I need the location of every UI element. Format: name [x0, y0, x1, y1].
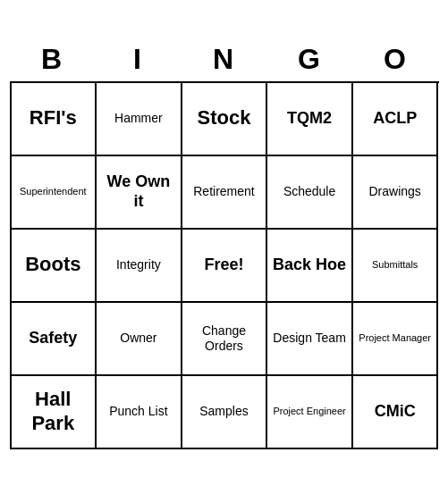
- cell-text-0-3: TQM2: [287, 109, 332, 129]
- cell-text-2-4: Submittals: [372, 259, 418, 271]
- cell-text-3-1: Owner: [120, 331, 156, 346]
- grid-cell-0-3: TQM2: [267, 83, 353, 156]
- cell-text-0-0: RFI's: [30, 106, 77, 130]
- cell-text-2-1: Integrity: [116, 257, 161, 272]
- bingo-grid: RFI'sHammerStockTQM2ACLPSuperintendentWe…: [10, 81, 439, 449]
- cell-text-2-0: Boots: [25, 253, 80, 276]
- grid-cell-2-4: Submittals: [353, 230, 439, 303]
- grid-cell-1-4: Drawings: [353, 156, 439, 230]
- header-letter-o: O: [353, 38, 439, 81]
- grid-cell-0-1: Hammer: [97, 83, 182, 156]
- cell-text-3-0: Safety: [29, 329, 77, 348]
- cell-text-2-3: Back Hoe: [273, 256, 346, 275]
- grid-cell-1-2: Retirement: [182, 156, 268, 230]
- grid-cell-4-0: Hall Park: [12, 376, 97, 449]
- grid-cell-0-0: RFI's: [12, 83, 97, 156]
- cell-text-4-1: Punch List: [109, 404, 167, 419]
- grid-cell-1-1: We Own it: [97, 156, 182, 230]
- cell-text-4-3: Project Engineer: [273, 406, 345, 417]
- grid-row-0: RFI'sHammerStockTQM2ACLP: [12, 83, 439, 156]
- grid-cell-3-0: Safety: [12, 303, 97, 376]
- cell-text-3-2: Change Orders: [186, 323, 263, 354]
- grid-row-3: SafetyOwnerChange OrdersDesign TeamProje…: [12, 303, 439, 376]
- cell-text-3-3: Design Team: [273, 331, 345, 346]
- cell-text-1-0: Superintendent: [20, 186, 87, 197]
- cell-text-1-4: Drawings: [368, 184, 420, 199]
- header-letter-b: B: [10, 38, 96, 81]
- header-letter-g: G: [267, 38, 353, 81]
- grid-cell-3-3: Design Team: [267, 303, 353, 376]
- cell-text-4-2: Samples: [199, 404, 248, 419]
- grid-cell-1-0: Superintendent: [12, 156, 97, 230]
- bingo-card: BINGO RFI'sHammerStockTQM2ACLPSuperinten…: [10, 38, 439, 449]
- grid-cell-2-3: Back Hoe: [267, 230, 353, 303]
- grid-row-1: SuperintendentWe Own itRetirementSchedul…: [12, 156, 439, 230]
- grid-cell-1-3: Schedule: [267, 156, 353, 230]
- grid-cell-4-2: Samples: [182, 376, 268, 449]
- cell-text-1-3: Schedule: [283, 184, 335, 199]
- grid-row-4: Hall ParkPunch ListSamplesProject Engine…: [12, 376, 439, 449]
- bingo-header: BINGO: [10, 38, 439, 81]
- cell-text-0-2: Stock: [198, 106, 251, 130]
- cell-text-3-4: Project Manager: [359, 332, 431, 344]
- cell-text-4-4: CMiC: [375, 402, 416, 422]
- grid-cell-0-4: ACLP: [353, 83, 439, 156]
- grid-cell-4-3: Project Engineer: [267, 376, 353, 449]
- cell-text-1-2: Retirement: [193, 184, 254, 199]
- grid-cell-4-4: CMiC: [353, 376, 439, 449]
- cell-text-2-2: Free!: [204, 256, 243, 275]
- cell-text-0-1: Hammer: [114, 111, 163, 126]
- header-letter-i: I: [96, 38, 182, 81]
- grid-cell-4-1: Punch List: [97, 376, 182, 449]
- grid-cell-2-2: Free!: [182, 230, 268, 303]
- grid-cell-2-1: Integrity: [97, 230, 182, 303]
- grid-cell-3-2: Change Orders: [182, 303, 268, 376]
- grid-cell-0-2: Stock: [182, 83, 268, 156]
- cell-text-0-4: ACLP: [373, 109, 417, 129]
- grid-cell-2-0: Boots: [12, 230, 97, 303]
- cell-text-4-0: Hall Park: [15, 388, 92, 435]
- header-letter-n: N: [182, 38, 267, 81]
- grid-row-2: BootsIntegrityFree!Back HoeSubmittals: [12, 230, 439, 303]
- grid-cell-3-4: Project Manager: [353, 303, 439, 376]
- grid-cell-3-1: Owner: [97, 303, 182, 376]
- cell-text-1-1: We Own it: [100, 172, 177, 211]
